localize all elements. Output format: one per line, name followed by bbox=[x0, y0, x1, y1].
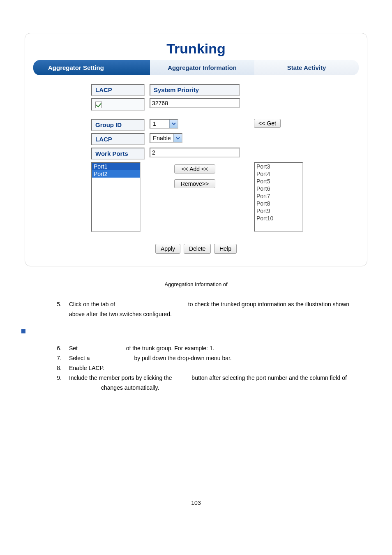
step7b: by pull down the drop-down menu bar. bbox=[134, 355, 231, 361]
list-item[interactable]: Port5 bbox=[255, 178, 302, 185]
step-number: 7. bbox=[54, 354, 69, 363]
step9b: button after selecting the port number a… bbox=[191, 375, 346, 381]
apply-button[interactable]: Apply bbox=[155, 244, 180, 254]
step-number: 6. bbox=[54, 344, 69, 354]
group-settings-table: Group ID 1 << Get LACP bbox=[89, 118, 306, 233]
trunking-panel: Trunking Aggregator Setting Aggregator I… bbox=[25, 33, 367, 266]
get-button[interactable]: << Get bbox=[254, 119, 281, 128]
delete-button[interactable]: Delete bbox=[184, 244, 211, 254]
list-item[interactable]: Port7 bbox=[255, 192, 302, 200]
step5c: above after the two switches configured. bbox=[69, 310, 367, 319]
remove-button[interactable]: Remove>> bbox=[174, 179, 215, 188]
hdr-work-ports: Work Ports bbox=[91, 148, 145, 160]
step7a: Select a bbox=[69, 355, 90, 361]
group-id-select[interactable]: 1 bbox=[150, 119, 178, 129]
list-item[interactable]: Port3 bbox=[255, 163, 302, 170]
transfer-controls: << Add << Remove>> bbox=[150, 162, 240, 188]
hdr-system-priority: System Priority bbox=[150, 84, 240, 96]
form-area: LACP System Priority Group ID bbox=[89, 83, 359, 254]
work-ports-input[interactable] bbox=[150, 148, 240, 157]
list-item[interactable]: Port9 bbox=[255, 207, 302, 215]
chevron-down-icon bbox=[169, 120, 178, 128]
add-button[interactable]: << Add << bbox=[174, 164, 215, 173]
lacp-select[interactable]: Enable bbox=[150, 133, 182, 143]
available-ports-list[interactable]: Port3 Port4 Port5 Port6 Port7 Port8 Port… bbox=[254, 162, 303, 232]
step5a: Click on the tab of bbox=[69, 301, 115, 308]
figure-caption: Aggregation Information of bbox=[25, 281, 367, 287]
hdr-lacp: LACP bbox=[91, 84, 145, 96]
hdr-lacp2: LACP bbox=[91, 133, 145, 145]
help-button[interactable]: Help bbox=[214, 244, 237, 254]
panel-title: Trunking bbox=[33, 38, 359, 58]
tab-aggregator-information[interactable]: Aggregator Information bbox=[150, 60, 254, 75]
step9a: Include the member ports by clicking the bbox=[69, 375, 172, 381]
row-lacp-syspri: LACP System Priority bbox=[89, 83, 296, 112]
document-body: 5. Click on the tab of to check the trun… bbox=[25, 300, 367, 393]
selected-ports-list[interactable]: Port1 Port2 bbox=[91, 162, 141, 232]
hdr-group-id: Group ID bbox=[91, 119, 145, 131]
page-number: 103 bbox=[25, 500, 367, 506]
list-item[interactable]: Port10 bbox=[255, 215, 302, 222]
square-bullet-icon bbox=[21, 329, 25, 333]
step6b: of the trunk group. For example: 1. bbox=[126, 345, 214, 352]
step-number: 8. bbox=[54, 363, 69, 373]
tab-state-activity[interactable]: State Activity bbox=[254, 60, 359, 75]
step5b: to check the trunked group information a… bbox=[188, 301, 349, 308]
tabs-bar: Aggregator Setting Aggregator Informatio… bbox=[33, 60, 359, 75]
step-number: 9. bbox=[54, 373, 69, 383]
tab-aggregator-setting[interactable]: Aggregator Setting bbox=[33, 60, 150, 75]
lacp-checkbox[interactable] bbox=[95, 102, 102, 108]
step6a: Set bbox=[69, 345, 78, 352]
step9c: changes automatically. bbox=[101, 383, 367, 393]
list-item[interactable]: Port4 bbox=[255, 170, 302, 178]
chevron-down-icon bbox=[173, 134, 182, 142]
list-item[interactable]: Port1 bbox=[92, 163, 140, 170]
bottom-buttons: Apply Delete Help bbox=[33, 244, 359, 254]
list-item[interactable]: Port8 bbox=[255, 200, 302, 207]
step8: Enable LACP. bbox=[69, 363, 367, 373]
list-item[interactable]: Port2 bbox=[92, 170, 140, 178]
system-priority-input[interactable] bbox=[150, 98, 240, 108]
step-number: 5. bbox=[54, 300, 69, 319]
list-item[interactable]: Port6 bbox=[255, 185, 302, 192]
